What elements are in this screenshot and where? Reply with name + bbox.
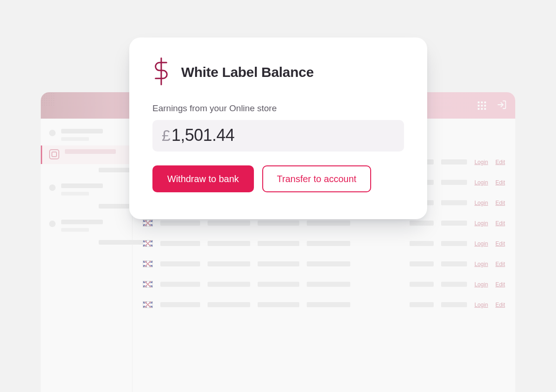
currency-symbol: £ [162, 126, 171, 145]
row-edit-link[interactable]: Edit [495, 240, 505, 247]
row-login-link[interactable]: Login [474, 240, 488, 247]
row-edit-link[interactable]: Edit [495, 159, 505, 165]
uk-flag-icon [143, 240, 153, 247]
uk-flag-icon [143, 220, 153, 227]
row-edit-link[interactable]: Edit [495, 261, 505, 267]
row-login-link[interactable]: Login [474, 220, 488, 227]
row-login-link[interactable]: Login [474, 302, 488, 308]
row-login-link[interactable]: Login [474, 200, 488, 206]
row-edit-link[interactable]: Edit [495, 302, 505, 308]
card-title: White Label Balance [181, 64, 314, 80]
sidebar-item-active[interactable] [41, 145, 132, 164]
table-row: Login Edit [133, 274, 515, 295]
withdraw-button[interactable]: Withdraw to bank [152, 165, 254, 192]
row-edit-link[interactable]: Edit [495, 200, 505, 206]
sidebar-item[interactable] [41, 200, 132, 216]
uk-flag-icon [143, 260, 153, 267]
row-login-link[interactable]: Login [474, 281, 488, 288]
sidebar-item[interactable] [41, 216, 132, 236]
card-subtitle: Earnings from your Online store [152, 103, 404, 114]
dashboard-sidebar [41, 119, 133, 392]
sidebar-item[interactable] [41, 236, 132, 252]
apps-grid-icon[interactable] [477, 101, 486, 110]
table-row: Login Edit [133, 295, 515, 315]
logout-icon[interactable] [497, 100, 507, 112]
transfer-button[interactable]: Transfer to account [262, 165, 372, 192]
balance-value: 1,501.44 [171, 126, 234, 145]
row-edit-link[interactable]: Edit [495, 220, 505, 227]
row-edit-link[interactable]: Edit [495, 179, 505, 186]
balance-card: White Label Balance Earnings from your O… [129, 38, 427, 219]
row-login-link[interactable]: Login [474, 179, 488, 186]
uk-flag-icon [143, 301, 153, 308]
dollar-icon [152, 57, 170, 88]
table-row: Login Edit [133, 254, 515, 274]
sidebar-item[interactable] [41, 125, 132, 145]
sidebar-item[interactable] [41, 180, 132, 200]
row-login-link[interactable]: Login [474, 261, 488, 267]
store-icon [49, 149, 59, 159]
row-edit-link[interactable]: Edit [495, 281, 505, 288]
row-login-link[interactable]: Login [474, 159, 488, 165]
table-row: Login Edit [133, 234, 515, 254]
balance-display: £ 1,501.44 [152, 120, 404, 152]
sidebar-item[interactable] [41, 164, 132, 180]
uk-flag-icon [143, 281, 153, 288]
